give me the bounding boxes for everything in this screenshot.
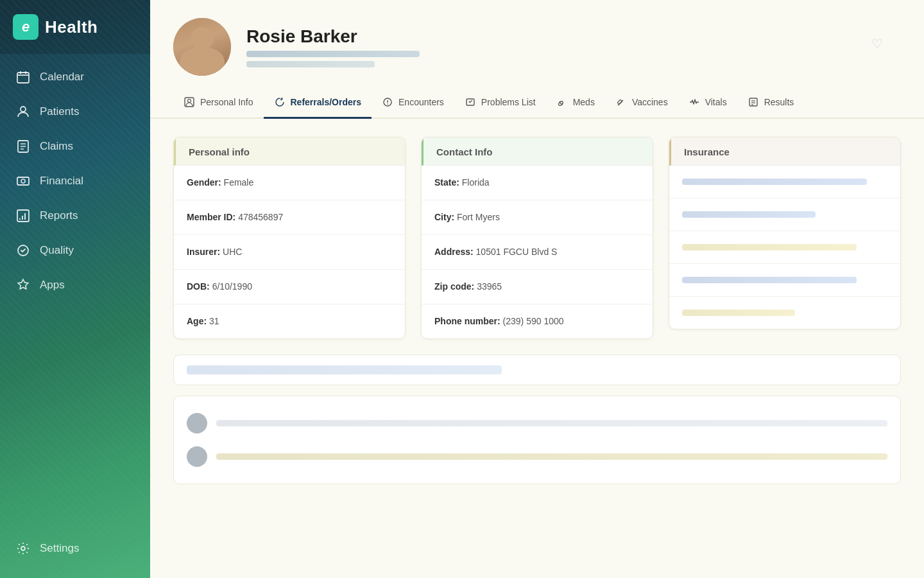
tab-vaccines[interactable]: Vaccines	[605, 89, 678, 119]
svg-point-18	[188, 100, 191, 103]
sidebar-item-label: Apps	[40, 279, 65, 292]
city-label: City:	[434, 212, 454, 222]
member-id-label: Member ID:	[187, 212, 235, 222]
reports-icon	[15, 208, 31, 223]
sidebar-item-label: Settings	[40, 542, 79, 555]
problems-list-icon	[465, 96, 476, 108]
insurance-row-1	[669, 166, 900, 198]
gender-row: Gender: Female	[174, 166, 405, 200]
tab-label: Vaccines	[632, 97, 668, 107]
apps-icon	[15, 277, 31, 293]
svg-point-21	[387, 103, 388, 105]
insurance-placeholder-2	[682, 211, 816, 218]
tab-vitals[interactable]: Vitals	[678, 89, 737, 119]
patient-meta-bar2	[246, 61, 375, 67]
zip-row: Zip code: 33965	[422, 270, 653, 304]
dob-value: 6/10/1990	[212, 281, 252, 292]
sidebar-item-label: Claims	[40, 140, 73, 153]
insurance-placeholder-1	[682, 179, 867, 185]
bottom-row-2	[187, 440, 887, 473]
quality-icon	[15, 243, 31, 258]
sidebar-item-claims[interactable]: Claims	[6, 130, 144, 163]
insurance-row-3	[669, 231, 900, 264]
vitals-icon	[689, 96, 700, 108]
bottom-section-2	[173, 396, 901, 484]
tab-label: Encounters	[398, 97, 444, 107]
tab-problems-list[interactable]: Problems List	[454, 89, 546, 119]
state-value: Florida	[462, 177, 490, 188]
dob-row: DOB: 6/10/1990	[174, 270, 405, 304]
sidebar-item-label: Patients	[40, 105, 79, 118]
city-row: City: Fort Myers	[422, 200, 653, 235]
tab-encounters[interactable]: Encounters	[372, 89, 454, 119]
main-content: Rosie Barker ♡ Personal Info	[150, 0, 924, 578]
address-value: 10501 FGCU Blvd S	[476, 247, 558, 257]
personal-info-panel: Personal info Gender: Female Member ID: …	[173, 137, 406, 339]
info-panels-row: Personal info Gender: Female Member ID: …	[173, 137, 901, 339]
phone-value: (239) 590 1000	[503, 316, 564, 326]
content-area: Personal info Gender: Female Member ID: …	[150, 119, 924, 578]
zip-value: 33965	[477, 281, 502, 292]
sidebar-item-apps[interactable]: Apps	[6, 268, 144, 302]
tab-personal-info[interactable]: Personal Info	[173, 89, 264, 119]
sidebar-item-label: Reports	[40, 209, 78, 222]
phone-row: Phone number: (239) 590 1000	[422, 304, 653, 338]
tabs-bar: Personal Info Referrals/Orders	[150, 89, 924, 119]
patient-avatar	[173, 18, 231, 76]
personal-info-icon	[184, 96, 195, 108]
phone-label: Phone number:	[434, 316, 501, 326]
logo[interactable]: e Health	[0, 0, 150, 54]
sidebar-item-patients[interactable]: Patients	[6, 95, 144, 128]
sidebar-item-label: Calendar	[40, 71, 84, 83]
sidebar-bottom: Settings	[0, 525, 150, 578]
dob-label: DOB:	[187, 281, 210, 292]
vaccines-icon	[615, 96, 627, 108]
svg-rect-0	[17, 73, 29, 83]
age-value: 31	[209, 316, 219, 326]
tab-label: Vitals	[705, 97, 727, 107]
tab-label: Problems List	[481, 97, 536, 107]
patients-icon	[15, 104, 31, 119]
svg-point-4	[21, 107, 26, 112]
logo-text: Health	[45, 17, 98, 37]
favorite-icon[interactable]: ♡	[871, 18, 901, 51]
tab-meds[interactable]: Meds	[546, 89, 605, 119]
sidebar-item-calendar[interactable]: Calendar	[6, 60, 144, 94]
sidebar-item-reports[interactable]: Reports	[6, 199, 144, 232]
svg-line-24	[559, 102, 562, 105]
patient-info: Rosie Barker	[246, 26, 420, 67]
insurance-panel: Insurance	[669, 137, 901, 329]
bottom-text-2	[216, 453, 887, 460]
meds-icon	[556, 96, 568, 108]
insurance-placeholder-5	[682, 310, 795, 316]
financial-icon	[15, 173, 31, 189]
address-row: Address: 10501 FGCU Blvd S	[422, 235, 653, 270]
bottom-section	[173, 355, 901, 385]
age-row: Age: 31	[174, 304, 405, 338]
svg-point-16	[21, 547, 25, 550]
gender-value: Female	[224, 177, 254, 188]
svg-line-27	[618, 104, 619, 105]
encounters-icon	[382, 96, 393, 108]
tab-results[interactable]: Results	[737, 89, 805, 119]
tab-label: Results	[764, 97, 794, 107]
tab-label: Personal Info	[200, 97, 253, 107]
tab-label: Meds	[573, 97, 595, 107]
sidebar-item-settings[interactable]: Settings	[6, 532, 144, 565]
city-value: Fort Myers	[457, 212, 500, 222]
insurance-row-5	[669, 297, 900, 329]
insurer-label: Insurer:	[187, 247, 220, 257]
svg-rect-9	[17, 177, 29, 185]
row-avatar-1	[187, 413, 207, 434]
sidebar-item-label: Quality	[40, 244, 74, 257]
results-icon	[748, 96, 759, 108]
patient-meta-bar1	[246, 51, 420, 57]
insurance-row-2	[669, 198, 900, 231]
sidebar-item-quality[interactable]: Quality	[6, 234, 144, 267]
insurance-placeholder-3	[682, 244, 857, 250]
address-label: Address:	[434, 247, 474, 257]
tab-referrals-orders[interactable]: Referrals/Orders	[264, 89, 372, 119]
sidebar-item-financial[interactable]: Financial	[6, 164, 144, 198]
member-id-value: 478456897	[238, 212, 283, 222]
zip-label: Zip code:	[434, 281, 474, 292]
